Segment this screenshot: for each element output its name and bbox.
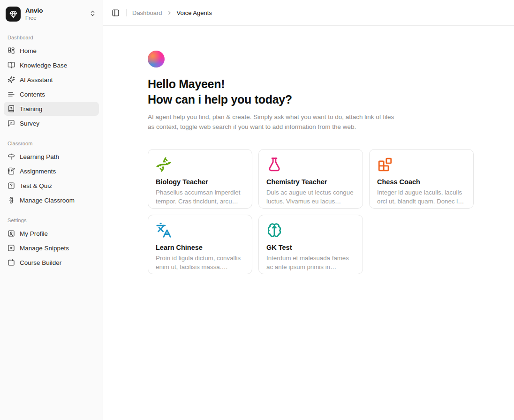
- sidebar-item-label: Test & Quiz: [20, 182, 52, 189]
- traffic-light-icon: [8, 196, 15, 204]
- gradient-orb-icon: [148, 51, 165, 68]
- workspace-plan: Free: [25, 15, 84, 21]
- breadcrumb-item-dashboard[interactable]: Dashboard: [132, 9, 162, 16]
- sidebar-item-label: Knowledge Base: [20, 62, 67, 69]
- sidebar-item-label: Manage Snippets: [20, 245, 69, 252]
- sidebar-item-label: Contents: [20, 91, 45, 98]
- agent-card-gk-test[interactable]: GK TestInterdum et malesuada fames ac an…: [258, 215, 363, 274]
- sidebar-item-label: Manage Classroom: [20, 197, 75, 204]
- topbar-divider: [126, 9, 127, 16]
- sidebar-toggle-button[interactable]: [111, 8, 121, 18]
- greeting-line-2: How can i help you today?: [148, 93, 292, 106]
- user-square-icon: [8, 230, 15, 237]
- breadcrumb-item-voice-agents: Voice Agents: [177, 9, 212, 16]
- sidebar-item-contents[interactable]: Contents: [4, 87, 99, 101]
- sidebar-item-learning-path[interactable]: Learning Path: [4, 150, 99, 164]
- text-lines-icon: [8, 90, 15, 98]
- flask-icon: [266, 157, 355, 172]
- sparkles-icon: [8, 76, 15, 83]
- sidebar-item-course-builder[interactable]: Course Builder: [4, 255, 99, 270]
- sidebar-item-home[interactable]: Home: [4, 44, 99, 58]
- square-question-icon: [8, 182, 15, 189]
- languages-icon: [156, 222, 244, 238]
- text-lines-icon: [8, 90, 15, 98]
- agent-card-description: Integer id augue iaculis, iaculis orci u…: [377, 188, 466, 206]
- sidebar-item-manage-snippets[interactable]: Manage Snippets: [4, 241, 99, 255]
- gem-icon: [9, 10, 17, 18]
- sidebar-nav: DashboardHomeKnowledge BaseAI AssistantC…: [4, 35, 99, 270]
- sidebar: Anvio Free DashboardHomeKnowledge BaseAI…: [0, 0, 103, 420]
- sidebar-item-label: Training: [20, 105, 42, 112]
- agent-card-title: GK Test: [266, 244, 355, 251]
- sidebar-section-classroom: ClassroomLearning PathAssignmentsTest & …: [4, 141, 99, 207]
- agent-card-description: Interdum et malesuada fames ac ante ipsu…: [266, 254, 355, 271]
- breadcrumb: Dashboard Voice Agents: [132, 9, 212, 16]
- blocks-icon: [377, 157, 466, 172]
- hero-description: AI agent help you find, plan & create. S…: [148, 112, 396, 132]
- panel-left-icon: [112, 9, 120, 17]
- calendar-icon: [8, 259, 15, 266]
- agent-card-title: Chess Coach: [377, 178, 466, 186]
- book-open-icon: [8, 61, 15, 69]
- sidebar-item-knowledge-base[interactable]: Knowledge Base: [4, 58, 99, 72]
- agents-grid: Biology TeacherPhasellus accumsan imperd…: [148, 149, 514, 274]
- greeting-heading: Hello Mayeen! How can i help you today?: [148, 76, 514, 107]
- greeting-line-1: Hello Mayeen!: [148, 77, 225, 90]
- sidebar-item-label: Survey: [20, 120, 39, 127]
- sidebar-item-test-quiz[interactable]: Test & Quiz: [4, 179, 99, 193]
- section-label: Settings: [4, 218, 99, 223]
- agent-card-description: Phasellus accumsan imperdiet tempor. Cra…: [156, 188, 244, 206]
- traffic-light-icon: [8, 196, 15, 204]
- workspace-switcher[interactable]: Anvio Free: [4, 5, 99, 23]
- brain-icon: [266, 222, 282, 238]
- snippet-square-icon: [8, 244, 15, 252]
- survey-check-icon: [8, 120, 15, 127]
- workspace-name: Anvio: [25, 7, 84, 15]
- user-square-icon: [8, 230, 15, 237]
- main-area: Dashboard Voice Agents Hello Mayeen! How…: [103, 0, 514, 420]
- sidebar-section-dashboard: DashboardHomeKnowledge BaseAI AssistantC…: [4, 35, 99, 130]
- notebook-pen-icon: [8, 167, 15, 175]
- book-up-icon: [8, 105, 15, 112]
- agent-card-title: Chemistry Teacher: [266, 178, 355, 186]
- notebook-pen-icon: [8, 167, 15, 175]
- sidebar-item-label: AI Assistant: [20, 76, 53, 83]
- flask-icon: [266, 157, 282, 172]
- sidebar-item-survey[interactable]: Survey: [4, 116, 99, 130]
- sidebar-item-training[interactable]: Training: [4, 102, 99, 116]
- sparkles-icon: [8, 76, 15, 83]
- agent-card-biology-teacher[interactable]: Biology TeacherPhasellus accumsan imperd…: [148, 149, 252, 209]
- agent-card-learn-chinese[interactable]: Learn ChineseProin id ligula dictum, con…: [148, 215, 252, 274]
- agent-card-description: Duis ac augue ut lectus congue luctus. V…: [266, 188, 355, 206]
- sidebar-item-assignments[interactable]: Assignments: [4, 164, 99, 178]
- signpost-icon: [8, 153, 15, 160]
- topbar: Dashboard Voice Agents: [103, 0, 514, 26]
- page-content: Hello Mayeen! How can i help you today? …: [103, 26, 514, 274]
- square-question-icon: [8, 182, 15, 189]
- survey-check-icon: [8, 120, 15, 127]
- sidebar-item-label: Home: [20, 47, 37, 54]
- languages-icon: [156, 222, 172, 238]
- chevron-right-icon: [166, 10, 173, 16]
- sidebar-item-label: Learning Path: [20, 153, 59, 160]
- dna-icon: [156, 157, 172, 172]
- book-up-icon: [8, 105, 15, 112]
- app-root: Anvio Free DashboardHomeKnowledge BaseAI…: [0, 0, 514, 420]
- dashboard-grid-icon: [8, 47, 15, 54]
- chevrons-up-down-icon[interactable]: [89, 10, 96, 19]
- calendar-icon: [8, 259, 15, 266]
- sidebar-item-manage-classroom[interactable]: Manage Classroom: [4, 193, 99, 207]
- sidebar-item-label: Assignments: [20, 168, 56, 175]
- dashboard-grid-icon: [8, 47, 15, 54]
- dna-icon: [156, 157, 244, 172]
- anvio-logo: [6, 7, 21, 22]
- sidebar-section-settings: SettingsMy ProfileManage SnippetsCourse …: [4, 218, 99, 270]
- blocks-icon: [377, 157, 393, 172]
- section-label: Classroom: [4, 141, 99, 146]
- agent-card-chemistry-teacher[interactable]: Chemistry TeacherDuis ac augue ut lectus…: [258, 149, 363, 209]
- sidebar-item-label: Course Builder: [20, 259, 61, 266]
- sidebar-item-my-profile[interactable]: My Profile: [4, 226, 99, 240]
- sidebar-item-ai-assistant[interactable]: AI Assistant: [4, 73, 99, 87]
- agent-card-title: Learn Chinese: [156, 244, 244, 251]
- agent-card-chess-coach[interactable]: Chess CoachInteger id augue iaculis, iac…: [369, 149, 474, 209]
